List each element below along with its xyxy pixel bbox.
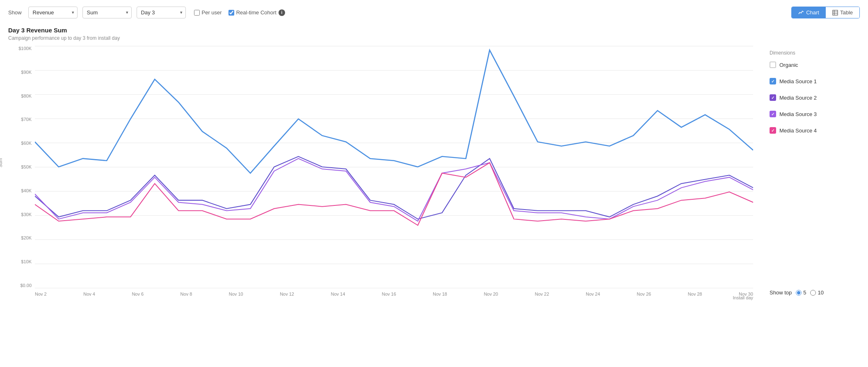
y-label-10k: $10K (21, 259, 32, 264)
x-label-nov2: Nov 2 (35, 292, 47, 296)
view-toggle: Chart Table (791, 7, 860, 18)
y-label-30k: $30K (21, 212, 32, 217)
realtime-label: Real-time Cohort (236, 9, 276, 16)
dimension-item-media-source-1: ✓ Media Source 1 (770, 78, 860, 84)
dimension-item-organic: Organic (770, 62, 860, 68)
line-media-source-1 (35, 50, 753, 173)
show-top-container: Show top 5 10 (770, 289, 860, 296)
day-select-wrapper: Day 1 Day 3 Day 7 Day 14 Day 30 ▾ (137, 7, 186, 18)
x-label-nov24: Nov 24 (586, 292, 600, 296)
y-label-20k: $20K (21, 235, 32, 240)
show-label: Show (8, 9, 22, 16)
show-top-5-radio[interactable] (796, 290, 802, 296)
chart-svg (35, 46, 753, 288)
chart-button[interactable]: Chart (792, 7, 826, 18)
aggregation-select-wrapper: Sum Average Count ▾ (82, 7, 132, 18)
dimension-item-media-source-3: ✓ Media Source 3 (770, 111, 860, 117)
x-label-nov14: Nov 14 (331, 292, 345, 296)
x-label-nov8: Nov 8 (180, 292, 192, 296)
show-top-10-label: 10 (818, 289, 823, 296)
y-axis-label: Sum (0, 158, 3, 168)
y-axis: Sum $100K $90K $80K $70K $60K $50K $40K … (8, 46, 35, 300)
svg-rect-0 (833, 10, 838, 15)
x-axis-title: Install day (733, 295, 753, 300)
media-source-1-label: Media Source 1 (779, 78, 817, 84)
y-label-100k: $100K (18, 46, 32, 51)
per-user-checkbox[interactable] (194, 10, 200, 16)
media-source-4-label: Media Source 4 (779, 128, 817, 134)
per-user-checkbox-item[interactable]: Per user (194, 9, 222, 16)
y-label-60k: $60K (21, 141, 32, 146)
line-media-source-3 (35, 159, 753, 221)
x-label-nov22: Nov 22 (535, 292, 549, 296)
sidebar: Dimensions Organic ✓ Media Source 1 ✓ (770, 46, 860, 360)
y-label-40k: $40K (21, 188, 32, 193)
info-icon[interactable]: i (279, 9, 285, 16)
aggregation-select[interactable]: Sum Average Count (82, 7, 132, 18)
chart-subtitle: Campaign performance up to day 3 from in… (8, 35, 860, 41)
realtime-checkbox[interactable] (228, 10, 234, 16)
dimension-item-media-source-4: ✓ Media Source 4 (770, 127, 860, 134)
chart-title: Day 3 Revenue Sum (8, 27, 860, 34)
chart-area: Sum $100K $90K $80K $70K $60K $50K $40K … (8, 46, 753, 360)
media-source-3-checkbox[interactable]: ✓ (770, 111, 776, 117)
media-source-2-label: Media Source 2 (779, 95, 817, 101)
y-label-50k: $50K (21, 164, 32, 169)
main-area: Sum $100K $90K $80K $70K $60K $50K $40K … (8, 46, 860, 360)
media-source-3-label: Media Source 3 (779, 111, 817, 117)
x-label-nov4: Nov 4 (83, 292, 95, 296)
metric-select-wrapper: Revenue Sessions Users Conversions ▾ (28, 7, 78, 18)
y-label-90k: $90K (21, 70, 32, 75)
dimensions-title: Dimensions (770, 50, 860, 56)
show-top-5-label: 5 (803, 289, 806, 296)
x-label-nov18: Nov 18 (433, 292, 447, 296)
show-top-10-radio[interactable] (810, 290, 816, 296)
table-button[interactable]: Table (826, 7, 859, 18)
table-icon (832, 10, 838, 16)
chart-icon (798, 10, 804, 16)
metric-select[interactable]: Revenue Sessions Users Conversions (28, 7, 78, 18)
dimension-item-media-source-2: ✓ Media Source 2 (770, 94, 860, 101)
media-source-4-checkbox[interactable]: ✓ (770, 127, 776, 134)
toolbar: Show Revenue Sessions Users Conversions … (8, 7, 860, 18)
x-label-nov28: Nov 28 (688, 292, 702, 296)
y-label-70k: $70K (21, 117, 32, 122)
realtime-checkbox-item[interactable]: Real-time Cohort i (228, 9, 285, 16)
per-user-label: Per user (202, 9, 222, 16)
x-label-nov20: Nov 20 (484, 292, 498, 296)
x-axis: Nov 2 Nov 4 Nov 6 Nov 8 Nov 10 Nov 12 No… (35, 288, 753, 300)
checkbox-group: Per user Real-time Cohort i (194, 9, 285, 16)
show-top-10-item[interactable]: 10 (810, 289, 823, 296)
y-label-0: $0.00 (20, 283, 32, 288)
show-top-label: Show top (770, 289, 792, 296)
media-source-2-checkbox[interactable]: ✓ (770, 94, 776, 101)
chart-container: Sum $100K $90K $80K $70K $60K $50K $40K … (8, 46, 753, 300)
chart-inner: Nov 2 Nov 4 Nov 6 Nov 8 Nov 10 Nov 12 No… (35, 46, 753, 300)
x-label-nov6: Nov 6 (132, 292, 144, 296)
x-label-nov10: Nov 10 (229, 292, 243, 296)
organic-checkbox[interactable] (770, 62, 776, 68)
x-label-nov26: Nov 26 (637, 292, 651, 296)
x-label-nov16: Nov 16 (382, 292, 396, 296)
day-select[interactable]: Day 1 Day 3 Day 7 Day 14 Day 30 (137, 7, 186, 18)
line-media-source-4 (35, 163, 753, 226)
organic-label: Organic (779, 62, 798, 68)
media-source-1-checkbox[interactable]: ✓ (770, 78, 776, 84)
show-top-5-item[interactable]: 5 (796, 289, 806, 296)
x-label-nov12: Nov 12 (280, 292, 294, 296)
y-label-80k: $80K (21, 93, 32, 98)
